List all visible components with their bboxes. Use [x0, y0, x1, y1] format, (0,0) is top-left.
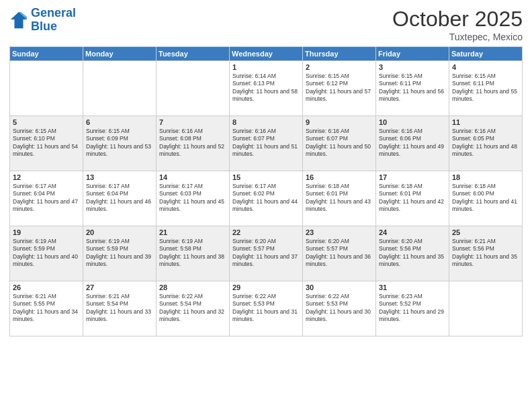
- day-number: 17: [379, 173, 446, 181]
- day-info: Sunrise: 6:22 AM Sunset: 5:53 PM Dayligh…: [232, 293, 300, 324]
- day-number: 24: [379, 228, 446, 236]
- day-number: 2: [306, 63, 373, 71]
- day-info: Sunrise: 6:16 AM Sunset: 6:07 PM Dayligh…: [232, 128, 300, 158]
- calendar-cell-3-2: 21Sunrise: 6:19 AM Sunset: 5:58 PM Dayli…: [157, 226, 230, 281]
- calendar-cell-4-5: 31Sunrise: 6:23 AM Sunset: 5:52 PM Dayli…: [376, 281, 449, 336]
- day-info: Sunrise: 6:22 AM Sunset: 5:53 PM Dayligh…: [306, 293, 373, 324]
- day-number: 20: [86, 228, 153, 236]
- week-row-1: 1Sunrise: 6:14 AM Sunset: 6:13 PM Daylig…: [10, 61, 523, 116]
- day-info: Sunrise: 6:17 AM Sunset: 6:04 PM Dayligh…: [13, 183, 80, 214]
- day-info: Sunrise: 6:14 AM Sunset: 6:13 PM Dayligh…: [232, 73, 300, 103]
- day-number: 1: [232, 63, 300, 71]
- header: General Blue October 2025 Tuxtepec, Mexi…: [9, 7, 523, 42]
- calendar-cell-0-1: [83, 61, 157, 116]
- calendar-cell-1-5: 10Sunrise: 6:16 AM Sunset: 6:06 PM Dayli…: [376, 116, 449, 171]
- day-number: 25: [452, 228, 519, 236]
- day-number: 16: [306, 173, 373, 181]
- calendar-cell-1-2: 7Sunrise: 6:16 AM Sunset: 6:08 PM Daylig…: [157, 116, 230, 171]
- calendar-cell-3-4: 23Sunrise: 6:20 AM Sunset: 5:57 PM Dayli…: [303, 226, 376, 281]
- day-number: 9: [306, 118, 373, 126]
- logo-text: General Blue: [31, 7, 76, 34]
- day-info: Sunrise: 6:19 AM Sunset: 5:59 PM Dayligh…: [86, 238, 153, 269]
- calendar-cell-2-3: 15Sunrise: 6:17 AM Sunset: 6:02 PM Dayli…: [230, 171, 303, 226]
- title-block: October 2025 Tuxtepec, Mexico: [392, 7, 523, 42]
- day-number: 8: [232, 118, 300, 126]
- calendar-cell-4-2: 28Sunrise: 6:22 AM Sunset: 5:54 PM Dayli…: [157, 281, 230, 336]
- day-info: Sunrise: 6:18 AM Sunset: 6:01 PM Dayligh…: [379, 183, 446, 214]
- calendar-cell-2-6: 18Sunrise: 6:18 AM Sunset: 6:00 PM Dayli…: [449, 171, 523, 226]
- col-tuesday: Tuesday: [157, 47, 230, 61]
- month-title: October 2025: [392, 7, 523, 32]
- calendar-cell-1-4: 9Sunrise: 6:16 AM Sunset: 6:07 PM Daylig…: [303, 116, 376, 171]
- day-number: 21: [159, 228, 226, 236]
- week-row-4: 19Sunrise: 6:19 AM Sunset: 5:59 PM Dayli…: [10, 226, 523, 281]
- col-wednesday: Wednesday: [230, 47, 303, 61]
- calendar-cell-2-0: 12Sunrise: 6:17 AM Sunset: 6:04 PM Dayli…: [10, 171, 83, 226]
- svg-marker-0: [11, 12, 27, 28]
- calendar-cell-4-6: [449, 281, 523, 336]
- calendar-cell-4-0: 26Sunrise: 6:21 AM Sunset: 5:55 PM Dayli…: [10, 281, 83, 336]
- day-info: Sunrise: 6:20 AM Sunset: 5:57 PM Dayligh…: [306, 238, 373, 269]
- calendar-cell-2-2: 14Sunrise: 6:17 AM Sunset: 6:03 PM Dayli…: [157, 171, 230, 226]
- day-info: Sunrise: 6:21 AM Sunset: 5:55 PM Dayligh…: [13, 293, 80, 324]
- calendar-cell-2-5: 17Sunrise: 6:18 AM Sunset: 6:01 PM Dayli…: [376, 171, 449, 226]
- day-number: 3: [379, 63, 446, 71]
- day-number: 14: [159, 173, 226, 181]
- day-info: Sunrise: 6:23 AM Sunset: 5:52 PM Dayligh…: [379, 293, 446, 324]
- calendar-cell-1-6: 11Sunrise: 6:16 AM Sunset: 6:05 PM Dayli…: [449, 116, 523, 171]
- day-number: 7: [159, 118, 226, 126]
- calendar-cell-1-1: 6Sunrise: 6:15 AM Sunset: 6:09 PM Daylig…: [83, 116, 157, 171]
- calendar-cell-3-6: 25Sunrise: 6:21 AM Sunset: 5:56 PM Dayli…: [449, 226, 523, 281]
- col-sunday: Sunday: [10, 47, 83, 61]
- calendar-header-row: Sunday Monday Tuesday Wednesday Thursday…: [10, 47, 523, 61]
- calendar-cell-0-5: 3Sunrise: 6:15 AM Sunset: 6:11 PM Daylig…: [376, 61, 449, 116]
- calendar-table: Sunday Monday Tuesday Wednesday Thursday…: [9, 46, 523, 336]
- week-row-2: 5Sunrise: 6:15 AM Sunset: 6:10 PM Daylig…: [10, 116, 523, 171]
- calendar-cell-1-0: 5Sunrise: 6:15 AM Sunset: 6:10 PM Daylig…: [10, 116, 83, 171]
- day-info: Sunrise: 6:16 AM Sunset: 6:08 PM Dayligh…: [159, 128, 226, 158]
- col-friday: Friday: [376, 47, 449, 61]
- day-info: Sunrise: 6:16 AM Sunset: 6:07 PM Dayligh…: [306, 128, 373, 158]
- day-info: Sunrise: 6:19 AM Sunset: 5:58 PM Dayligh…: [159, 238, 226, 269]
- day-info: Sunrise: 6:15 AM Sunset: 6:11 PM Dayligh…: [452, 73, 519, 103]
- logo-icon: [9, 11, 28, 30]
- day-number: 13: [86, 173, 153, 181]
- day-number: 4: [452, 63, 519, 71]
- col-monday: Monday: [83, 47, 157, 61]
- day-number: 5: [13, 118, 80, 126]
- calendar-cell-3-1: 20Sunrise: 6:19 AM Sunset: 5:59 PM Dayli…: [83, 226, 157, 281]
- calendar-cell-4-4: 30Sunrise: 6:22 AM Sunset: 5:53 PM Dayli…: [303, 281, 376, 336]
- col-thursday: Thursday: [303, 47, 376, 61]
- calendar-cell-3-5: 24Sunrise: 6:20 AM Sunset: 5:56 PM Dayli…: [376, 226, 449, 281]
- calendar-cell-0-6: 4Sunrise: 6:15 AM Sunset: 6:11 PM Daylig…: [449, 61, 523, 116]
- day-number: 27: [86, 283, 153, 291]
- day-number: 26: [13, 283, 80, 291]
- logo: General Blue: [9, 7, 76, 34]
- day-number: 19: [13, 228, 80, 236]
- calendar-cell-2-1: 13Sunrise: 6:17 AM Sunset: 6:04 PM Dayli…: [83, 171, 157, 226]
- day-number: 29: [232, 283, 300, 291]
- logo-line1: General: [31, 6, 76, 19]
- page: General Blue October 2025 Tuxtepec, Mexi…: [0, 0, 532, 411]
- day-number: 22: [232, 228, 300, 236]
- day-info: Sunrise: 6:18 AM Sunset: 6:00 PM Dayligh…: [452, 183, 519, 214]
- day-info: Sunrise: 6:19 AM Sunset: 5:59 PM Dayligh…: [13, 238, 80, 269]
- calendar-cell-3-3: 22Sunrise: 6:20 AM Sunset: 5:57 PM Dayli…: [230, 226, 303, 281]
- logo-line2: Blue: [31, 19, 57, 33]
- day-info: Sunrise: 6:20 AM Sunset: 5:56 PM Dayligh…: [379, 238, 446, 269]
- day-number: 31: [379, 283, 446, 291]
- day-info: Sunrise: 6:20 AM Sunset: 5:57 PM Dayligh…: [232, 238, 300, 269]
- col-saturday: Saturday: [449, 47, 523, 61]
- calendar-cell-0-0: [10, 61, 83, 116]
- day-info: Sunrise: 6:17 AM Sunset: 6:02 PM Dayligh…: [232, 183, 300, 214]
- day-number: 10: [379, 118, 446, 126]
- calendar-cell-0-4: 2Sunrise: 6:15 AM Sunset: 6:12 PM Daylig…: [303, 61, 376, 116]
- calendar-cell-0-2: [157, 61, 230, 116]
- calendar-cell-2-4: 16Sunrise: 6:18 AM Sunset: 6:01 PM Dayli…: [303, 171, 376, 226]
- day-info: Sunrise: 6:15 AM Sunset: 6:09 PM Dayligh…: [86, 128, 153, 158]
- day-info: Sunrise: 6:17 AM Sunset: 6:04 PM Dayligh…: [86, 183, 153, 214]
- calendar-cell-4-1: 27Sunrise: 6:21 AM Sunset: 5:54 PM Dayli…: [83, 281, 157, 336]
- calendar-cell-3-0: 19Sunrise: 6:19 AM Sunset: 5:59 PM Dayli…: [10, 226, 83, 281]
- day-info: Sunrise: 6:21 AM Sunset: 5:54 PM Dayligh…: [86, 293, 153, 324]
- day-number: 18: [452, 173, 519, 181]
